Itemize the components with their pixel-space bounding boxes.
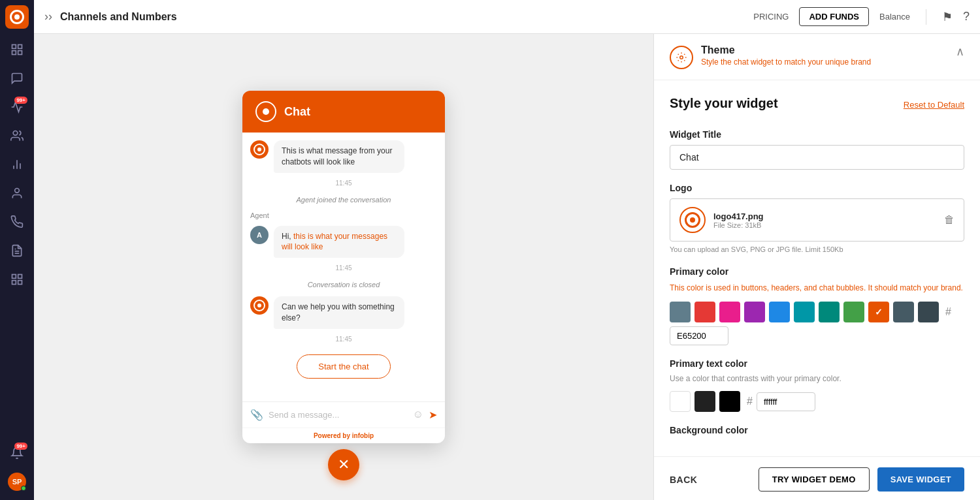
expand-nav-button[interactable]: ›› <box>44 10 52 23</box>
svg-rect-14 <box>12 281 16 285</box>
message-time-2: 11:45 <box>250 264 437 272</box>
svg-rect-3 <box>18 51 22 55</box>
sidebar-item-profile[interactable]: SP <box>4 469 30 495</box>
primary-color-hex-input[interactable] <box>670 326 728 345</box>
sidebar-item-notifications[interactable]: 99+ <box>4 440 30 466</box>
text-color-hash-symbol: # <box>747 396 753 407</box>
chat-input-area: 📎 Send a message... ☺ ➤ <box>242 401 445 428</box>
svg-point-8 <box>15 189 20 193</box>
background-color-label: Background color <box>670 425 964 435</box>
logo-preview <box>679 207 706 233</box>
sidebar-item-messages[interactable] <box>4 65 30 91</box>
sidebar-item-dashboard[interactable] <box>4 37 30 63</box>
text-color-dark[interactable] <box>694 391 715 412</box>
sidebar-item-reports[interactable] <box>4 238 30 264</box>
attachment-icon[interactable]: 📎 <box>250 409 263 421</box>
color-swatch-10[interactable] <box>918 302 939 322</box>
send-icon[interactable]: ➤ <box>429 409 437 421</box>
primary-color-desc: This color is used in buttons, headers, … <box>670 282 964 294</box>
chat-fab[interactable]: ✕ <box>328 449 359 480</box>
svg-point-15 <box>680 56 683 59</box>
color-swatch-4[interactable] <box>769 302 790 322</box>
agent-message-bubble: Hi, this is what your messages will look… <box>274 226 404 258</box>
style-title: Style your widget <box>670 96 778 111</box>
theme-icon <box>670 46 693 69</box>
color-swatch-1[interactable] <box>694 302 715 322</box>
color-swatch-7[interactable] <box>843 302 864 322</box>
panel-body: Style your widget Reset to Default Widge… <box>654 80 980 456</box>
flag-icon[interactable]: ⚑ <box>942 10 953 24</box>
color-hash-symbol: # <box>945 306 951 318</box>
svg-rect-2 <box>12 51 16 55</box>
save-widget-button[interactable]: SAVE WIDGET <box>877 467 964 492</box>
logo-delete-button[interactable]: 🗑 <box>944 214 955 226</box>
page-title: Channels and Numbers <box>60 11 753 23</box>
theme-info: Theme Style the chat widget to match you… <box>701 44 871 67</box>
add-funds-button[interactable]: ADD FUNDS <box>799 7 869 26</box>
theme-header: Theme Style the chat widget to match you… <box>654 34 980 80</box>
svg-rect-12 <box>18 275 22 279</box>
primary-color-swatches: # <box>670 302 964 345</box>
color-swatch-0[interactable] <box>670 302 691 322</box>
message-bot-1: This is what message from your chatbots … <box>250 140 437 173</box>
svg-rect-0 <box>12 45 16 49</box>
panel-footer: BACK TRY WIDGET DEMO SAVE WIDGET <box>654 456 980 500</box>
help-icon[interactable]: ? <box>963 10 970 23</box>
text-color-black[interactable] <box>719 391 740 412</box>
theme-header-left: Theme Style the chat widget to match you… <box>670 44 871 69</box>
theme-subtitle-highlight: unique brand <box>825 57 871 67</box>
theme-subtitle: Style the chat widget to match your uniq… <box>701 57 871 67</box>
primary-color-label: Primary color <box>670 266 964 277</box>
svg-point-4 <box>13 131 18 136</box>
notifications-badge: 99+ <box>14 443 27 450</box>
message-agent-1: A Hi, this is what your messages will lo… <box>250 226 437 258</box>
emoji-icon[interactable]: ☺ <box>413 409 423 421</box>
nav-divider <box>926 9 926 25</box>
bot-question-bubble: Can we help you with something else? <box>274 296 404 329</box>
chat-widget: Chat This is what message from your chat… <box>242 91 445 443</box>
chat-messages[interactable]: This is what message from your chatbots … <box>242 133 445 401</box>
sidebar-item-channels[interactable] <box>4 209 30 235</box>
primary-text-color-label: Primary text color <box>670 358 964 369</box>
reset-default-link[interactable]: Reset to Default <box>904 100 964 110</box>
logo-label: Logo <box>670 183 964 193</box>
sidebar-item-agents[interactable] <box>4 180 30 206</box>
sidebar-item-contacts[interactable] <box>4 123 30 149</box>
sidebar-item-campaigns[interactable]: 99+ <box>4 94 30 120</box>
theme-title: Theme <box>701 44 871 56</box>
color-swatch-8[interactable] <box>868 302 889 322</box>
svg-rect-1 <box>18 45 22 49</box>
back-button[interactable]: BACK <box>670 475 697 485</box>
topnav-actions: PRICING ADD FUNDS Balance ⚑ ? <box>753 7 970 26</box>
widget-title-input[interactable] <box>670 145 964 170</box>
message-time-1: 11:45 <box>250 180 437 187</box>
svg-rect-11 <box>12 275 16 279</box>
pricing-link[interactable]: PRICING <box>753 12 789 22</box>
sidebar-item-analytics[interactable] <box>4 151 30 178</box>
try-demo-button[interactable]: TRY WIDGET DEMO <box>759 467 870 492</box>
primary-color-desc-highlight: buttons, headers, and chat bubbles <box>741 283 863 292</box>
text-color-white[interactable] <box>670 391 691 412</box>
chat-input-placeholder[interactable]: Send a message... <box>269 410 408 420</box>
color-swatch-5[interactable] <box>794 302 815 322</box>
svg-rect-13 <box>18 281 22 285</box>
topnav: ›› Channels and Numbers PRICING ADD FUND… <box>34 0 980 34</box>
message-bot-2: Can we help you with something else? <box>250 296 437 329</box>
start-chat-button[interactable]: Start the chat <box>297 354 390 379</box>
message-highlight: this is what your messages will look lik… <box>282 232 387 252</box>
sidebar-item-settings[interactable] <box>4 266 30 292</box>
color-swatch-2[interactable] <box>719 302 740 322</box>
text-color-swatches: # <box>670 391 964 412</box>
style-header-row: Style your widget Reset to Default <box>670 96 964 114</box>
color-swatch-9[interactable] <box>893 302 914 322</box>
text-color-hex-input[interactable] <box>757 392 815 411</box>
theme-collapse-button[interactable]: ∧ <box>956 44 964 59</box>
system-message-1: Agent joined the conversation <box>250 196 437 204</box>
agent-avatar: A <box>250 226 269 244</box>
brand-logo[interactable] <box>5 5 29 29</box>
right-panel: Theme Style the chat widget to match you… <box>653 34 980 500</box>
color-swatch-3[interactable] <box>744 302 765 322</box>
agent-label: Agent <box>250 211 437 219</box>
color-swatch-6[interactable] <box>819 302 840 322</box>
message-time-3: 11:45 <box>250 336 437 343</box>
